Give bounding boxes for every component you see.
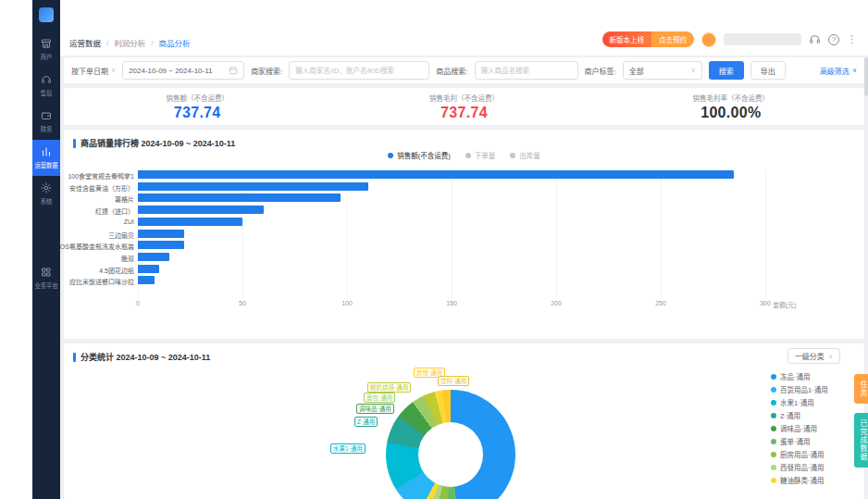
legend-item-1[interactable]: 下单量 (465, 150, 496, 160)
bar-chart-title: 商品销量排行榜 2024-10-09 ~ 2024-10-11 (73, 137, 235, 149)
scrollbar-thumb[interactable] (864, 57, 868, 96)
pie-chart-card: 分类统计 2024-10-09 ~ 2024-10-11 一级分类 ∨ 其他·通… (64, 343, 864, 499)
pie-legend-item-8[interactable]: 糖油酥类·通用 (771, 475, 828, 485)
donut-hole (418, 422, 483, 487)
pie-legend-item-3[interactable]: Z·通用 (771, 410, 828, 420)
sidebar-item-label: 系统 (41, 197, 53, 206)
sidebar-item-4[interactable]: 系统 (32, 176, 60, 212)
chevron-down-icon: ∨ (828, 353, 833, 360)
sidebar-item-5[interactable]: 业务平台 (32, 260, 60, 296)
filter-bar: 按下单日期 ∨ 2024-10-09 ~ 2024-10-11 商家搜索: 商品… (64, 57, 864, 83)
legend-dot (771, 452, 776, 457)
x-tick-label: 50 (239, 300, 246, 306)
breadcrumb: 运营数据/利润分析/商品分析 (69, 37, 191, 48)
sidebar-item-3[interactable]: 运营数据 (32, 140, 60, 176)
breadcrumb-separator: / (106, 39, 108, 47)
breadcrumb-item-1[interactable]: 利润分析 (114, 37, 145, 48)
bar-category-label: 100食堂常规去骨鸭掌1 (68, 171, 134, 181)
legend-dot (771, 413, 776, 418)
headset-icon (41, 74, 52, 86)
product-search-input[interactable] (475, 61, 578, 80)
bar-8 (138, 265, 159, 273)
date-range-input[interactable]: 2024-10-09 ~ 2024-10-11 (122, 61, 244, 80)
sidebar-item-1[interactable]: 售后 (32, 68, 60, 104)
export-button[interactable]: 导出 (750, 61, 786, 80)
avatar[interactable] (701, 32, 716, 47)
sidebar: 商户售后财务运营数据系统业务平台 (32, 0, 60, 499)
merchant-tag-label: 商户标签: (585, 66, 616, 76)
promo-text: 新版本上线 (602, 31, 652, 47)
merchant-search-input[interactable] (289, 61, 429, 80)
help-icon[interactable]: ? (828, 34, 839, 45)
pie-legend-item-4[interactable]: 调味品·通用 (771, 423, 828, 433)
bar-4 (138, 218, 242, 226)
legend-label: 水果1·通用 (780, 397, 814, 407)
date-type-select[interactable]: 按下单日期 ∨ (71, 66, 116, 76)
bar-6 (138, 241, 184, 249)
pie-legend-item-0[interactable]: 冻品·通用 (771, 371, 828, 381)
bar-category-label: 红提（进口） (95, 206, 134, 216)
title-accent-bar (73, 353, 76, 362)
breadcrumb-item-2[interactable]: 商品分析 (159, 37, 191, 48)
donut-callout-6: 水果1·通用 (330, 443, 366, 454)
user-name-redacted (724, 33, 801, 45)
grid-icon (41, 267, 52, 279)
sidebar-item-label: 商户 (41, 53, 53, 61)
search-button[interactable]: 搜索 (709, 61, 744, 80)
edge-tab-1[interactable]: 已完成数据 (854, 413, 868, 468)
pie-legend-item-2[interactable]: 水果1·通用 (771, 397, 828, 407)
chevron-down-icon: ∨ (852, 67, 857, 74)
category-level-select[interactable]: 一级分类 ∨ (787, 348, 840, 364)
topbar: 运营数据/利润分析/商品分析 新版本上线 点击预约 ? ⋮ (60, 0, 868, 54)
chart-icon (41, 146, 52, 158)
merchant-tag-select[interactable]: 全部 ∨ (623, 61, 702, 80)
x-tick-label: 100 (341, 300, 353, 306)
legend-item-0[interactable]: 销售额(不含运费) (388, 150, 451, 160)
breadcrumb-item-0[interactable]: 运营数据 (69, 37, 101, 48)
legend-label: 百货用品1·通用 (780, 384, 828, 394)
legend-label: Z·通用 (780, 410, 800, 420)
more-icon[interactable]: ⋮ (847, 33, 857, 45)
chevron-down-icon: ∨ (691, 67, 696, 74)
pie-legend-item-7[interactable]: 西餐用品·通用 (771, 462, 828, 472)
page: 商户售后财务运营数据系统业务平台 运营数据/利润分析/商品分析 新版本上线 点击… (0, 0, 868, 499)
stat-block-0: 销售额（不含运费）737.74 (64, 93, 330, 121)
category-level-label: 一级分类 (795, 351, 825, 361)
bar-chart-card: 商品销量排行榜 2024-10-09 ~ 2024-10-11 销售额(不含运费… (64, 130, 864, 339)
legend-label: 厨房用品·通用 (780, 449, 825, 459)
donut-callout-2: 鲜奶烘焙·通用 (367, 382, 411, 393)
bar-category-label: 薯格片 (115, 194, 134, 204)
advanced-filter-label: 高级筛选 (820, 66, 849, 76)
promo-action: 点击预约 (651, 31, 694, 47)
legend-item-2[interactable]: 出库量 (510, 150, 540, 160)
promo-banner[interactable]: 新版本上线 点击预约 (602, 31, 695, 47)
pie-chart-legend: 冻品·通用百货用品1·通用水果1·通用Z·通用调味品·通用蛋单·通用厨房用品·通… (771, 371, 828, 485)
app-logo (39, 7, 54, 22)
headset-icon[interactable] (809, 33, 821, 45)
legend-label: 糖油酥类·通用 (780, 475, 825, 485)
pie-legend-item-5[interactable]: 蛋单·通用 (771, 436, 828, 446)
sidebar-item-label: 运营数据 (34, 161, 57, 169)
x-tick-label: 0 (136, 300, 140, 306)
stat-label: 销售毛利（不含运费） (330, 93, 597, 103)
bar-category-label: 4.5团花边纸 (99, 266, 134, 275)
legend-dot (771, 374, 776, 380)
donut-chart (386, 390, 515, 499)
sidebar-item-0[interactable]: 商户 (32, 31, 60, 68)
sidebar-item-label: 财务 (41, 125, 53, 133)
donut-callout-3: 面包·通用 (364, 393, 395, 403)
advanced-filter-link[interactable]: 高级筛选 ∨ (820, 66, 857, 76)
sidebar-item-label: 售后 (41, 89, 53, 97)
x-tick-label: 300 (760, 300, 771, 306)
legend-dot (388, 153, 393, 158)
pie-legend-item-6[interactable]: 厨房用品·通用 (771, 449, 828, 459)
edge-tab-0[interactable]: 任务 (854, 374, 868, 404)
sidebar-item-2[interactable]: 财务 (32, 104, 60, 140)
bar-category-label: 应比米饭送餐口味沙拉 (69, 277, 134, 286)
bar-category-label: 脆双 (121, 254, 134, 263)
donut-callout-4: 调味品·通用 (356, 404, 394, 414)
pie-legend-item-1[interactable]: 百货用品1·通用 (771, 384, 828, 394)
breadcrumb-separator: / (151, 39, 153, 47)
stat-value: 737.74 (330, 105, 597, 121)
bar-category-label: 安佳含盐黄油（方形） (69, 183, 134, 193)
